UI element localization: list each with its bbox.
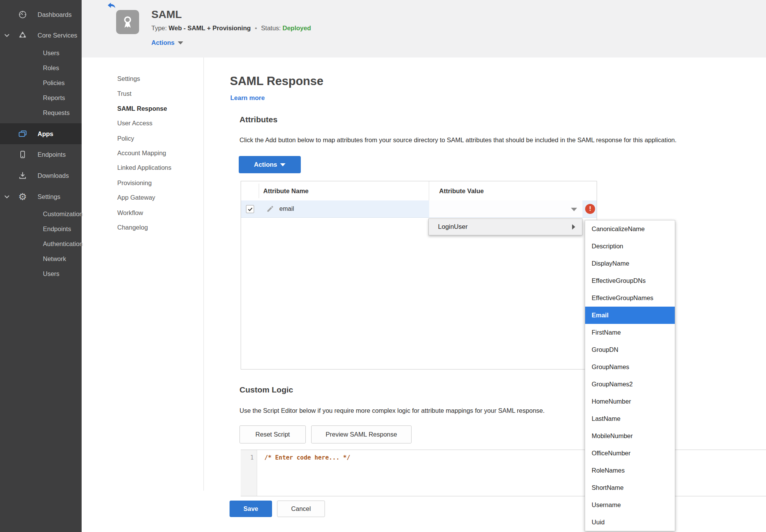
- sidebar-item-settings-users[interactable]: Users: [0, 267, 82, 281]
- tab-policy[interactable]: Policy: [117, 133, 134, 144]
- tab-changelog[interactable]: Changelog: [117, 222, 148, 233]
- attribute-value-dropdown[interactable]: [429, 200, 582, 217]
- dropdown-caret-icon: [571, 208, 577, 211]
- submenu-item-homenumber[interactable]: HomeNumber: [585, 393, 675, 410]
- attributes-table: Attribute Name Attribute Value email !: [241, 181, 597, 369]
- attributes-actions-button[interactable]: Actions: [239, 156, 301, 173]
- sidebar-item-customization[interactable]: Customization: [0, 207, 82, 221]
- endpoints-device-icon: [18, 149, 28, 159]
- sidebar-item-label: Requests: [43, 109, 70, 117]
- submenu-item-username[interactable]: Username: [585, 496, 675, 514]
- custom-logic-description: Use the Script Editor below if you requi…: [239, 407, 545, 414]
- tab-app-gateway[interactable]: App Gateway: [117, 192, 155, 203]
- row-checkbox[interactable]: [246, 205, 254, 213]
- menu-item-label: LoginUser: [438, 223, 468, 231]
- submenu-item-email[interactable]: Email: [585, 307, 675, 324]
- submenu-item-groupdn[interactable]: GroupDN: [585, 341, 675, 358]
- attribute-name-cell: email: [279, 200, 294, 217]
- column-separator: [429, 181, 429, 200]
- table-row[interactable]: email !: [241, 200, 597, 218]
- chevron-down-icon[interactable]: [4, 193, 11, 200]
- back-icon[interactable]: [106, 1, 117, 11]
- error-icon: !: [585, 204, 595, 214]
- submenu-item-shortname[interactable]: ShortName: [585, 479, 675, 496]
- sidebar-item-dashboards[interactable]: Dashboards: [0, 8, 82, 21]
- sidebar-item-roles[interactable]: Roles: [0, 61, 82, 75]
- submenu-item-effectivegroupdns[interactable]: EffectiveGroupDNs: [585, 272, 675, 289]
- app-window: Dashboards Core Services Users Roles Pol…: [0, 0, 766, 532]
- submenu-item-officenumber[interactable]: OfficeNumber: [585, 445, 675, 462]
- sidebar-item-reports[interactable]: Reports: [0, 91, 82, 105]
- sidebar-item-label: Policies: [43, 79, 65, 87]
- sidebar-item-label: Downloads: [38, 172, 69, 179]
- tab-trust[interactable]: Trust: [117, 88, 131, 99]
- header-actions-label: Actions: [151, 39, 175, 46]
- editor-gutter: 1: [241, 450, 257, 496]
- core-services-icon: [18, 30, 28, 40]
- tab-account-mapping[interactable]: Account Mapping: [117, 147, 166, 159]
- sidebar-item-policies[interactable]: Policies: [0, 76, 82, 90]
- submenu-item-groupnames[interactable]: GroupNames: [585, 358, 675, 376]
- actions-button-label: Actions: [254, 161, 277, 168]
- tab-user-access[interactable]: User Access: [117, 117, 153, 129]
- submenu-item-rolenames[interactable]: RoleNames: [585, 462, 675, 479]
- sidebar-item-network[interactable]: Network: [0, 252, 82, 266]
- sidebar-item-label: Reports: [43, 94, 65, 102]
- sidebar-item-label: Apps: [38, 130, 53, 138]
- status-badge: Deployed: [282, 25, 311, 31]
- sidebar-item-label: Endpoints: [38, 151, 66, 158]
- column-separator: [259, 184, 259, 198]
- meta-separator: •: [253, 25, 259, 31]
- sidebar-item-requests[interactable]: Requests: [0, 106, 82, 120]
- sidebar-item-label: Dashboards: [38, 11, 72, 18]
- value-submenu: CanonicalizeName Description DisplayName…: [585, 220, 675, 531]
- sidebar-item-endpoints[interactable]: Endpoints: [0, 148, 82, 161]
- submenu-item-groupnames2[interactable]: GroupNames2: [585, 376, 675, 393]
- sidebar-item-settings-endpoints[interactable]: Endpoints: [0, 222, 82, 236]
- learn-more-link[interactable]: Learn more: [230, 94, 265, 102]
- sidebar-item-label: Users: [43, 270, 59, 277]
- submenu-item-canonicalizename[interactable]: CanonicalizeName: [585, 220, 675, 238]
- submenu-item-displayname[interactable]: DisplayName: [585, 255, 675, 272]
- sidebar-item-label: Network: [43, 255, 66, 263]
- sidebar-item-apps[interactable]: Apps: [0, 123, 82, 144]
- status-label: Status:: [261, 25, 280, 31]
- value-menu-loginuser[interactable]: LoginUser: [428, 218, 582, 235]
- sidebar-item-label: Customization: [43, 210, 83, 218]
- script-editor[interactable]: 1 /* Enter code here... */: [241, 450, 766, 496]
- app-ribbon-icon: [116, 10, 139, 34]
- content-divider: [203, 57, 204, 491]
- chevron-down-icon[interactable]: [4, 32, 11, 39]
- editor-code[interactable]: /* Enter code here... */: [264, 454, 350, 461]
- submenu-item-lastname[interactable]: LastName: [585, 410, 675, 427]
- table-header-row: Attribute Name Attribute Value: [241, 181, 597, 201]
- tab-settings[interactable]: Settings: [117, 73, 140, 84]
- attributes-description: Click the Add button below to map attrib…: [239, 136, 677, 144]
- tab-provisioning[interactable]: Provisioning: [117, 177, 152, 189]
- sidebar-item-users[interactable]: Users: [0, 46, 82, 60]
- downloads-icon: [18, 171, 28, 181]
- chevron-down-icon: [178, 41, 183, 44]
- type-value: Web - SAML + Provisioning: [169, 25, 251, 31]
- submenu-item-description[interactable]: Description: [585, 238, 675, 255]
- sidebar-item-downloads[interactable]: Downloads: [0, 169, 82, 182]
- cancel-button[interactable]: Cancel: [277, 501, 325, 517]
- custom-logic-heading: Custom Logic: [239, 385, 293, 394]
- submenu-item-uuid[interactable]: Uuid: [585, 514, 675, 531]
- submenu-item-firstname[interactable]: FirstName: [585, 324, 675, 341]
- submenu-item-mobilenumber[interactable]: MobileNumber: [585, 427, 675, 445]
- sidebar-item-settings[interactable]: ⚙ Settings: [0, 190, 82, 204]
- header-actions-menu[interactable]: Actions: [151, 39, 183, 46]
- sidebar-item-core-services[interactable]: Core Services: [0, 28, 82, 42]
- type-label: Type:: [151, 25, 167, 31]
- chevron-down-icon: [280, 163, 285, 166]
- tab-linked-applications[interactable]: Linked Applications: [117, 162, 171, 173]
- tab-workflow[interactable]: Workflow: [117, 207, 143, 218]
- tab-saml-response[interactable]: SAML Response: [117, 103, 167, 114]
- save-button[interactable]: Save: [230, 501, 272, 517]
- submenu-item-effectivegroupnames[interactable]: EffectiveGroupNames: [585, 289, 675, 307]
- reset-script-button[interactable]: Reset Script: [239, 425, 306, 443]
- sidebar-item-label: Authentication: [43, 240, 83, 248]
- preview-saml-response-button[interactable]: Preview SAML Response: [311, 425, 412, 443]
- sidebar-item-authentication[interactable]: Authentication: [0, 237, 82, 251]
